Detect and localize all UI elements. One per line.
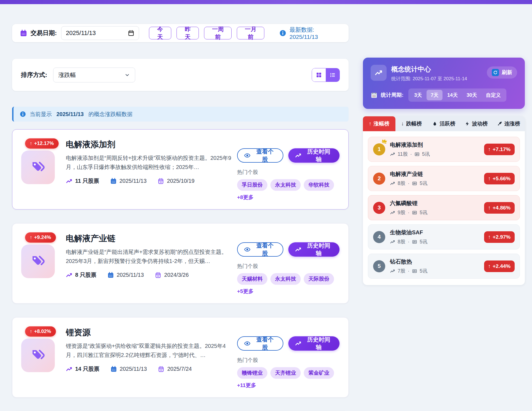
view-stocks-button[interactable]: 查看个股 (237, 336, 283, 351)
rank-concept-name: 钻石散热 (390, 258, 484, 265)
rank-change-badge: ↑ +5.66% (484, 173, 515, 184)
sort-select[interactable]: 涨跌幅 (53, 68, 135, 82)
stock-tag[interactable]: 天赐材料 (237, 273, 267, 285)
chart-line-icon (371, 65, 387, 81)
chart-line-icon (66, 178, 72, 184)
list-icon (330, 72, 336, 78)
chart-line-icon (390, 210, 395, 215)
news-icon (414, 152, 420, 157)
list-view-button[interactable] (326, 68, 340, 82)
stock-tag[interactable]: 紫金矿业 (304, 367, 334, 379)
concept-card[interactable]: ↑+9.24% 电解液产业链 电解液产业链是“产能出清尾声+需求复苏初期”的拐点… (12, 223, 349, 303)
calendar-purple-icon (158, 366, 164, 372)
stats-title: 概念统计中心 (391, 65, 487, 74)
calendar-icon (20, 29, 27, 37)
ranking-item[interactable]: 2 电解液产业链 8股 · 5讯 ↑ (368, 166, 520, 191)
dot-separator: · (408, 181, 409, 186)
hot-stocks-label: 热门个股 (237, 263, 340, 270)
period-3d[interactable]: 3天 (410, 90, 426, 100)
period-30d[interactable]: 30天 (462, 90, 481, 100)
view-toggle (312, 68, 340, 82)
yesterday-button[interactable]: 昨天 (177, 27, 199, 39)
rank-change-badge: ↑ +7.17% (484, 144, 515, 155)
drop-icon (432, 121, 437, 126)
dot-separator: · (410, 151, 412, 157)
eye-icon (244, 152, 251, 159)
today-button[interactable]: 今天 (149, 27, 171, 39)
chart-line-icon (66, 366, 72, 372)
more-stocks-link[interactable]: +11更多 (237, 382, 256, 389)
period-custom[interactable]: 自定义 (482, 90, 505, 100)
refresh-icon (492, 69, 499, 76)
tab-streak[interactable]: 连涨榜 (492, 116, 525, 131)
ranking-section: ↑ 涨幅榜 ↓ 跌幅榜 活跃榜 波动榜 (363, 116, 525, 285)
ranking-item[interactable]: 5 钻石散热 7股 · 5讯 ↑ (368, 254, 520, 279)
stock-tag[interactable]: 华软科技 (304, 179, 334, 191)
period-14d[interactable]: 14天 (443, 90, 462, 100)
news-icon (412, 210, 417, 215)
latest-data-info: 最新数据: 2025/11/13 (279, 26, 341, 40)
refresh-button[interactable]: 刷新 (487, 66, 517, 79)
period-selector: 3天 7天 14天 30天 自定义 (408, 88, 506, 102)
ranking-item[interactable]: 3 六氟磷酸锂 9股 · 5讯 ↑ (368, 195, 520, 220)
ranking-item[interactable]: 1 电解液添加剂 11股 · 5 (368, 137, 520, 162)
concept-title: 电解液添加剂 (66, 139, 237, 150)
concept-thumbnail (21, 339, 55, 372)
stock-tag[interactable]: 天齐锂业 (270, 367, 301, 379)
tab-losers[interactable]: ↓ 跌幅榜 (395, 116, 428, 131)
stock-tag[interactable]: 永太科技 (270, 179, 301, 191)
history-timeline-button[interactable]: 历史时间轴 (288, 242, 340, 257)
rank-meta: 11股 · 5讯 (390, 151, 484, 157)
grid-view-button[interactable] (312, 68, 326, 82)
eye-icon (244, 340, 251, 347)
stock-tag[interactable]: 赣锋锂业 (237, 367, 267, 379)
history-timeline-button[interactable]: 历史时间轴 (288, 148, 340, 163)
concept-description: 电解液产业链是“产能出清尾声+需求复苏初期”的拐点型投资主题。2025年3月，新… (66, 248, 234, 266)
tab-active[interactable]: 活跃榜 (428, 116, 460, 131)
banner-text-suffix: 的概念涨跌幅数据 (88, 111, 132, 118)
ranking-tabs: ↑ 涨幅榜 ↓ 跌幅榜 活跃榜 波动榜 (363, 116, 525, 131)
period-7d[interactable]: 7天 (427, 90, 443, 100)
chart-line-icon (295, 246, 302, 253)
more-stocks-link[interactable]: +5更多 (237, 288, 254, 295)
concept-card[interactable]: ↑+12.17% 电解液添加剂 电解液添加剂是“周期反转+技术升级”双轮驱动的投… (12, 129, 349, 209)
tab-gainers[interactable]: ↑ 涨幅榜 (363, 116, 395, 131)
rank-meta: 8股 · 5讯 (390, 180, 484, 187)
stock-tag[interactable]: 天际股份 (304, 273, 334, 285)
arrow-up-icon: ↑ (30, 329, 32, 334)
tags-icon (30, 160, 46, 175)
trade-date-input[interactable]: 2025/11/13 (61, 26, 139, 40)
stock-tag[interactable]: 永太科技 (270, 273, 301, 285)
concept-card[interactable]: ↑+8.02% 锂资源 锂资源是“政策驱动+供给收缩”双重逻辑共振的投资主题。2… (12, 317, 349, 397)
view-stocks-button[interactable]: 查看个股 (237, 242, 283, 257)
history-timeline-button[interactable]: 历史时间轴 (288, 336, 340, 351)
banner-text-prefix: 当前显示 (30, 111, 52, 118)
arrow-up-icon: ↑ (488, 146, 491, 152)
rank-change-badge: ↑ +2.97% (484, 231, 515, 243)
arrow-up-icon: ↑ (30, 235, 32, 240)
view-stocks-button[interactable]: 查看个股 (237, 148, 283, 163)
stock-count: 11 只股票 (66, 177, 99, 185)
more-stocks-link[interactable]: +8更多 (237, 194, 254, 201)
ranking-item[interactable]: 4 生物柴油SAF 8股 · 5讯 ↑ (368, 224, 520, 249)
calendar-purple-icon (158, 178, 164, 184)
trade-date-label: 交易日期: (31, 29, 57, 37)
trade-date-card: 交易日期: 2025/11/13 今天 昨天 一周前 一月前 (12, 24, 349, 42)
chart-line-icon (390, 268, 395, 274)
week-ago-button[interactable]: 一周前 (204, 27, 232, 39)
date-picker-icon[interactable] (128, 30, 134, 36)
change-badge: ↑+8.02% (25, 326, 56, 337)
concept-description: 锂资源是“政策驱动+供给收缩”双重逻辑共振的投资主题。2025年4月，四川雅江官… (66, 342, 234, 360)
stats-range: 统计范围: 2025-11-07 至 2025-11-14 (391, 76, 487, 82)
rank-change-badge: ↑ +2.44% (484, 260, 515, 272)
info-icon (20, 111, 26, 117)
rank-concept-name: 生物柴油SAF (390, 229, 484, 236)
tab-volatility[interactable]: 波动榜 (460, 116, 493, 131)
hot-stocks-label: 热门个股 (237, 169, 340, 176)
month-ago-button[interactable]: 一月前 (237, 27, 264, 39)
rank-meta: 8股 · 5讯 (390, 238, 484, 245)
update-date: 2025/11/13 (110, 178, 147, 184)
stock-tag[interactable]: 孚日股份 (237, 179, 267, 191)
chart-line-icon (295, 340, 302, 347)
current-data-banner: 当前显示 2025/11/13 的概念涨跌幅数据 (12, 107, 349, 122)
